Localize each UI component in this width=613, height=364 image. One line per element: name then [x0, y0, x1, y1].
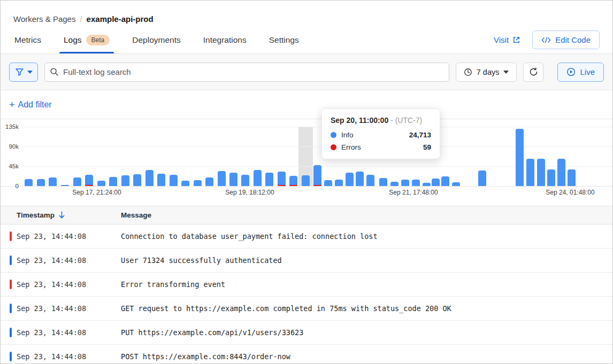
chart-bar[interactable] [25, 179, 33, 186]
chart-bar[interactable] [547, 169, 555, 186]
tooltip-rows: Info24,713Errors59 [331, 131, 431, 151]
chart-bar[interactable] [346, 173, 354, 186]
time-range-dropdown[interactable]: 7 days [456, 63, 517, 82]
breadcrumb-section-link[interactable]: Workers & Pages [13, 14, 75, 24]
tooltip-series-label: Info [341, 131, 354, 139]
chevron-down-icon [27, 71, 33, 74]
log-message: Error transforming event [121, 280, 612, 289]
log-timestamp: Sep 23, 14:44:08 [17, 232, 121, 241]
chart-bar[interactable] [412, 180, 420, 186]
chart-bar[interactable] [218, 171, 226, 186]
log-table-header: Timestamp Message [1, 206, 612, 224]
chart-bar[interactable] [254, 170, 262, 186]
chart-bar[interactable] [194, 180, 202, 186]
add-filter-button[interactable]: + Add filter [9, 100, 52, 110]
log-table-row[interactable]: Sep 23, 14:44:08User 71324 successfully … [1, 249, 612, 273]
log-table-row[interactable]: Sep 23, 14:44:08POST https://example.com… [1, 345, 612, 364]
tab-label: Deployments [132, 35, 180, 45]
chart-bar[interactable] [49, 177, 57, 186]
chart-bar[interactable] [121, 175, 129, 186]
chart-bar[interactable] [390, 182, 399, 186]
chart-bar[interactable] [432, 179, 440, 186]
chart-bar[interactable] [229, 173, 237, 186]
chart-bar[interactable] [97, 181, 105, 186]
chart-bar[interactable] [205, 177, 213, 186]
log-message: GET request to https://example.com compl… [121, 304, 612, 313]
chart-bar[interactable] [313, 165, 321, 186]
log-table-row[interactable]: Sep 23, 14:44:08Error transforming event [1, 273, 612, 297]
chart-bar[interactable] [335, 180, 343, 186]
log-table-row[interactable]: Sep 23, 14:44:08Connection to database u… [1, 224, 612, 249]
chart-bar[interactable] [181, 181, 189, 186]
chart-bar[interactable] [441, 176, 449, 186]
clock-icon [464, 68, 472, 76]
tab-metrics[interactable]: Metrics [13, 26, 42, 53]
y-axis-tick-label: 45k [1, 163, 19, 169]
chart-bar[interactable] [85, 175, 93, 186]
tab-settings[interactable]: Settings [268, 26, 300, 53]
beta-badge: Beta [86, 35, 110, 45]
log-message: Connection to database user_payment fail… [121, 232, 612, 241]
chart-bar[interactable] [366, 175, 374, 186]
y-axis-tick-label: 90k [1, 143, 19, 150]
timestamp-header-label: Timestamp [17, 211, 55, 219]
y-axis-tick-label: 0 [1, 183, 19, 189]
timestamp-column-header[interactable]: Timestamp [17, 211, 121, 219]
chart-bar[interactable] [537, 159, 545, 186]
time-range-label: 7 days [477, 68, 500, 76]
chart-bar[interactable] [526, 159, 534, 186]
chart-bar[interactable] [133, 174, 141, 186]
search-icon [50, 67, 59, 76]
chart-bar[interactable] [324, 180, 332, 186]
chart-bar[interactable] [37, 179, 45, 186]
chart-bar[interactable] [379, 178, 387, 186]
chart-bar[interactable] [516, 129, 524, 186]
info-level-indicator [10, 304, 12, 313]
chart-bar[interactable] [61, 185, 69, 186]
visit-link[interactable]: Visit [494, 35, 520, 44]
chart-plot-area [1, 127, 612, 186]
tab-label: Integrations [203, 35, 247, 45]
chart-bar[interactable] [423, 183, 431, 186]
tab-integrations[interactable]: Integrations [202, 26, 248, 53]
chart-bar[interactable] [289, 176, 297, 186]
tab-logs[interactable]: LogsBeta [63, 26, 111, 53]
chart-bar[interactable] [568, 169, 576, 186]
chart-bar[interactable] [356, 172, 364, 186]
chart-bar[interactable] [557, 159, 565, 186]
tabs-row: MetricsLogsBetaDeploymentsIntegrationsSe… [1, 26, 612, 54]
tooltip-title: Sep 20, 11:00:00 - (UTC-7) [331, 116, 431, 125]
chart-bar[interactable] [278, 172, 286, 186]
tab-deployments[interactable]: Deployments [131, 26, 181, 53]
chart-bar[interactable] [157, 174, 165, 186]
chart-bar[interactable] [478, 171, 486, 186]
log-timestamp: Sep 23, 14:44:08 [17, 280, 121, 289]
log-timestamp: Sep 23, 14:44:08 [17, 304, 121, 313]
info-level-indicator [10, 328, 12, 337]
chart-bar[interactable] [241, 175, 249, 186]
code-icon [541, 36, 551, 44]
live-button[interactable]: Live [557, 63, 604, 82]
filter-dropdown-button[interactable] [9, 63, 38, 82]
chevron-down-icon [503, 71, 509, 74]
play-circle-icon [566, 67, 576, 76]
chart-bar-errors-segment [313, 185, 321, 186]
chart-bar[interactable] [265, 173, 273, 186]
x-axis-tick-label: Sep 19, 18:12:00 [225, 189, 274, 196]
chart-bar[interactable] [170, 175, 178, 186]
chart-bar[interactable] [145, 170, 154, 186]
refresh-button[interactable] [523, 63, 543, 82]
chart-bar[interactable] [401, 180, 409, 186]
search-input[interactable] [44, 63, 449, 82]
sort-descending-icon [58, 211, 65, 219]
chart-bar[interactable] [302, 175, 310, 186]
edit-code-button[interactable]: Edit Code [532, 30, 600, 49]
chart-bar[interactable] [109, 177, 117, 186]
tab-actions: Visit Edit Code [494, 26, 600, 53]
log-table-body: Sep 23, 14:44:08Connection to database u… [1, 224, 612, 364]
info-level-indicator [10, 255, 12, 265]
log-table-row[interactable]: Sep 23, 14:44:08GET request to https://e… [1, 297, 612, 321]
log-table-row[interactable]: Sep 23, 14:44:08PUT https://example.com/… [1, 321, 612, 345]
chart-bar[interactable] [73, 177, 81, 186]
chart-bar[interactable] [452, 182, 460, 186]
